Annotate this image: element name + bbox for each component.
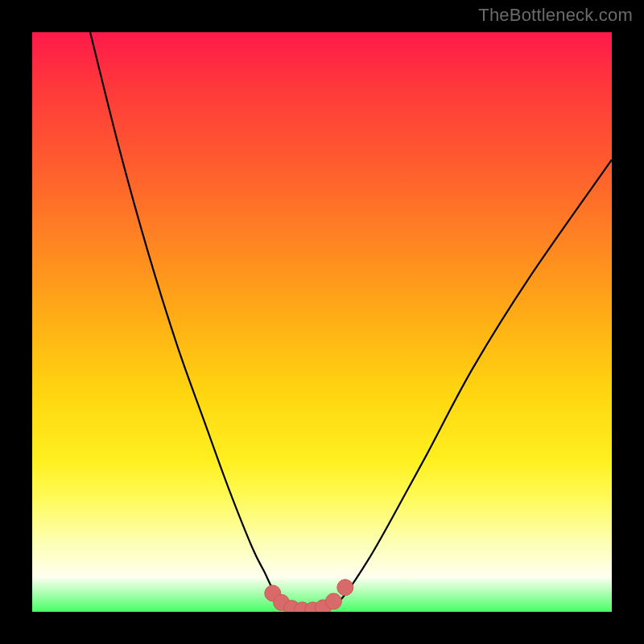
curve-layer: [32, 32, 612, 612]
minimum-marker-group: [265, 580, 353, 612]
minimum-marker: [337, 580, 353, 596]
chart-frame: TheBottleneck.com: [0, 0, 644, 644]
minimum-marker: [325, 593, 341, 609]
bottleneck-curve: [90, 32, 612, 612]
plot-area: [32, 32, 612, 612]
watermark-text: TheBottleneck.com: [478, 5, 633, 26]
